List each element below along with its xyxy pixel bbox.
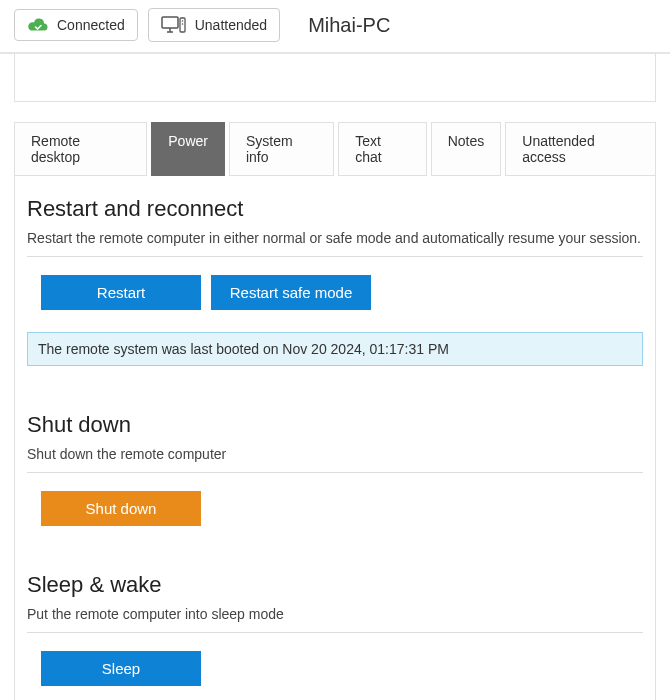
connection-status-label: Connected bbox=[57, 17, 125, 33]
svg-rect-3 bbox=[180, 18, 185, 32]
sleep-button[interactable]: Sleep bbox=[41, 651, 201, 686]
restart-buttons: Restart Restart safe mode bbox=[41, 275, 643, 310]
last-boot-info: The remote system was last booted on Nov… bbox=[27, 332, 643, 366]
unattended-pill[interactable]: Unattended bbox=[148, 8, 280, 42]
cloud-check-icon bbox=[27, 16, 49, 34]
svg-point-5 bbox=[181, 23, 183, 25]
tab-text-chat[interactable]: Text chat bbox=[338, 122, 427, 176]
shutdown-desc: Shut down the remote computer bbox=[27, 446, 643, 462]
device-name: Mihai-PC bbox=[308, 14, 390, 37]
restart-heading: Restart and reconnect bbox=[27, 196, 643, 222]
sleep-buttons: Sleep bbox=[41, 651, 643, 686]
tab-content: Restart and reconnect Restart the remote… bbox=[14, 176, 656, 700]
sleep-desc: Put the remote computer into sleep mode bbox=[27, 606, 643, 622]
shutdown-buttons: Shut down bbox=[41, 491, 643, 526]
divider bbox=[27, 472, 643, 473]
divider bbox=[27, 632, 643, 633]
shutdown-heading: Shut down bbox=[27, 412, 643, 438]
restart-button[interactable]: Restart bbox=[41, 275, 201, 310]
tab-remote-desktop[interactable]: Remote desktop bbox=[14, 122, 147, 176]
divider bbox=[27, 256, 643, 257]
svg-point-4 bbox=[181, 20, 183, 22]
tab-notes[interactable]: Notes bbox=[431, 122, 502, 176]
section-sleep: Sleep & wake Put the remote computer int… bbox=[15, 544, 655, 700]
restart-desc: Restart the remote computer in either no… bbox=[27, 230, 643, 246]
top-bar: Connected Unattended Mihai-PC bbox=[0, 0, 670, 54]
connection-status-pill[interactable]: Connected bbox=[14, 9, 138, 41]
shutdown-button[interactable]: Shut down bbox=[41, 491, 201, 526]
tabs: Remote desktop Power System info Text ch… bbox=[14, 122, 656, 176]
toolbar-placeholder bbox=[14, 54, 656, 102]
unattended-label: Unattended bbox=[195, 17, 267, 33]
section-restart: Restart and reconnect Restart the remote… bbox=[15, 176, 655, 384]
sleep-heading: Sleep & wake bbox=[27, 572, 643, 598]
restart-safe-mode-button[interactable]: Restart safe mode bbox=[211, 275, 371, 310]
tab-unattended-access[interactable]: Unattended access bbox=[505, 122, 656, 176]
tab-power[interactable]: Power bbox=[151, 122, 225, 176]
svg-rect-0 bbox=[162, 17, 178, 28]
section-shutdown: Shut down Shut down the remote computer … bbox=[15, 384, 655, 544]
monitor-server-icon bbox=[161, 15, 187, 35]
tab-system-info[interactable]: System info bbox=[229, 122, 334, 176]
